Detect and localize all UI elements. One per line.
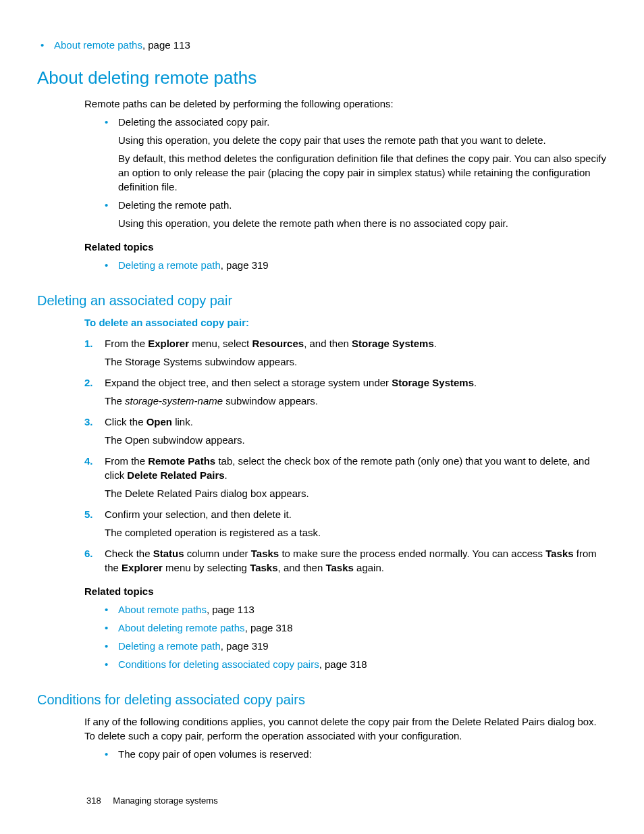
text: , page 319	[221, 259, 269, 271]
heading-deleting-associated-copy-pair: Deleting an associated copy pair	[37, 291, 607, 310]
ui-term: Status	[153, 548, 184, 559]
ui-term: Tasks	[545, 548, 573, 559]
op-title: Deleting the remote path.	[118, 198, 607, 212]
list-item: The copy pair of open volumes is reserve…	[101, 747, 607, 761]
page-number: 318	[86, 796, 101, 806]
text: Click the	[105, 416, 146, 427]
step-number: 1.	[84, 336, 93, 350]
ui-term: Open	[146, 416, 172, 427]
conditions-list: The copy pair of open volumes is reserve…	[101, 747, 607, 761]
ui-term: Storage Systems	[392, 377, 474, 388]
related-topics-heading: Related topics	[84, 240, 607, 254]
list-item: Deleting a remote path, page 319	[101, 639, 607, 653]
text: subwindow appears.	[223, 395, 318, 407]
list-item: Deleting a remote path, page 319	[101, 258, 607, 272]
related-topics-heading: Related topics	[84, 584, 607, 598]
ui-term: Storage Systems	[352, 338, 434, 349]
text: link.	[172, 416, 193, 427]
footer-title: Managing storage systems	[113, 796, 217, 806]
page: About remote paths, page 113 About delet…	[0, 0, 644, 834]
conditions-intro: If any of the following conditions appli…	[84, 714, 607, 743]
text: From the	[105, 338, 148, 349]
ui-term: Tasks	[251, 548, 279, 559]
link-deleting-remote-path[interactable]: Deleting a remote path	[118, 259, 221, 271]
step-number: 2.	[84, 375, 93, 390]
text: Expand the object tree, and then select …	[105, 377, 392, 388]
list-item: About remote paths, page 113	[101, 602, 607, 617]
top-related-list: About remote paths, page 113	[37, 38, 607, 52]
link-deleting-remote-path[interactable]: Deleting a remote path	[118, 640, 221, 652]
ui-term: Remote Paths	[148, 455, 215, 467]
step-result: The Open subwindow appears.	[105, 433, 607, 447]
op-para: Using this operation, you delete the cop…	[118, 133, 607, 147]
step-result: The Storage Systems subwindow appears.	[105, 355, 607, 369]
related-list: About remote paths, page 113 About delet…	[101, 602, 607, 671]
op-para: Using this operation, you delete the rem…	[118, 216, 607, 230]
ui-term: Explorer	[148, 338, 189, 349]
text: From the	[105, 455, 148, 467]
step: 2. Expand the object tree, and then sele…	[84, 375, 607, 408]
list-item: Conditions for deleting associated copy …	[101, 657, 607, 671]
ui-term: Explorer	[122, 562, 163, 573]
text: , and then	[304, 338, 352, 349]
ui-term: Tasks	[325, 562, 353, 573]
step-number: 5.	[84, 507, 93, 521]
operations-list: Deleting the associated copy pair. Using…	[101, 115, 607, 230]
step-result: The completed operation is registered as…	[105, 525, 607, 540]
step: 4. From the Remote Paths tab, select the…	[84, 454, 607, 500]
ui-term: Tasks	[250, 562, 277, 573]
link-about-remote-paths[interactable]: About remote paths	[118, 604, 207, 615]
step-result: The storage-system-name subwindow appear…	[105, 394, 607, 408]
step-number: 4.	[84, 454, 93, 468]
op-para: By default, this method deletes the conf…	[118, 151, 607, 194]
page-footer: 318 Managing storage systems	[86, 795, 218, 807]
step: 3. Click the Open link. The Open subwind…	[84, 415, 607, 447]
step-result: The Delete Related Pairs dialog box appe…	[105, 486, 607, 500]
step-number: 3.	[84, 415, 93, 429]
text: .	[434, 338, 437, 349]
text: to make sure the process ended normally.…	[279, 548, 545, 559]
heading-conditions-deleting-pairs: Conditions for deleting associated copy …	[37, 690, 607, 709]
intro-text: Remote paths can be deleted by performin…	[84, 97, 607, 111]
text: , page 318	[319, 658, 367, 670]
list-item: About deleting remote paths, page 318	[101, 621, 607, 635]
list-item: About remote paths, page 113	[37, 38, 607, 52]
ui-term: Resources	[252, 338, 304, 349]
heading-about-deleting-remote-paths: About deleting remote paths	[37, 66, 607, 90]
text: , page 113	[207, 604, 254, 615]
text: , page 318	[245, 622, 293, 633]
text: menu by selecting	[163, 562, 250, 573]
step: 6. Check the Status column under Tasks t…	[84, 546, 607, 575]
text: , page 113	[142, 39, 190, 51]
step-number: 6.	[84, 546, 93, 561]
list-item: Deleting the remote path. Using this ope…	[101, 198, 607, 230]
link-about-deleting-remote-paths[interactable]: About deleting remote paths	[118, 622, 245, 633]
text: , and then	[278, 562, 326, 573]
text: column under	[184, 548, 251, 559]
step: 5. Confirm your selection, and then dele…	[84, 507, 607, 540]
text: Check the	[105, 548, 153, 559]
list-item: Deleting the associated copy pair. Using…	[101, 115, 607, 194]
link-about-remote-paths[interactable]: About remote paths	[54, 39, 142, 51]
step: 1. From the Explorer menu, select Resour…	[84, 336, 607, 369]
ui-term: Delete Related Pairs	[127, 469, 224, 481]
text: again.	[354, 562, 384, 573]
text: , page 319	[221, 640, 269, 652]
procedure-heading: To delete an associated copy pair:	[84, 315, 607, 330]
op-title: Deleting the associated copy pair.	[118, 115, 607, 129]
text: The copy pair of open volumes is reserve…	[118, 748, 312, 760]
related-list: Deleting a remote path, page 319	[101, 258, 607, 272]
text: menu, select	[189, 338, 252, 349]
procedure-steps: 1. From the Explorer menu, select Resour…	[84, 336, 607, 575]
variable: storage-system-name	[125, 395, 223, 407]
text: .	[225, 469, 227, 481]
text: Confirm your selection, and then delete …	[105, 509, 292, 520]
link-conditions-deleting-pairs[interactable]: Conditions for deleting associated copy …	[118, 658, 319, 670]
text: .	[474, 377, 477, 388]
text: The	[105, 395, 125, 407]
